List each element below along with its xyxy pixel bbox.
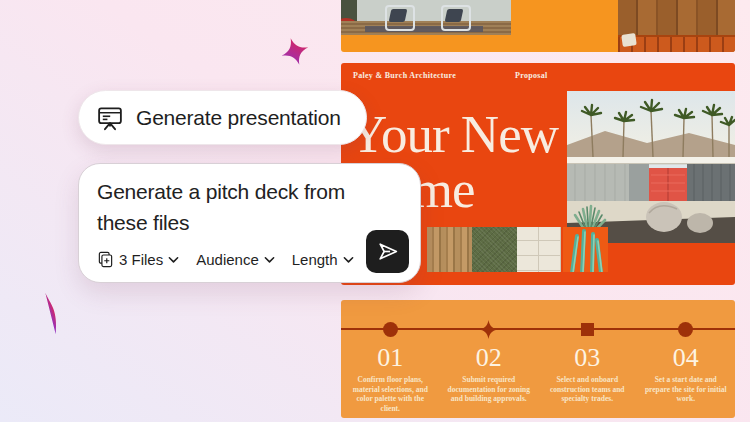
prompt-controls: 3 Files Audience Length — [97, 251, 354, 268]
sparkle-icon — [24, 286, 77, 340]
photo-detail — [621, 33, 637, 47]
slide-doc-label: Proposal — [515, 71, 547, 80]
length-dropdown[interactable]: Length — [292, 251, 354, 268]
timeline-slide: 01 Confirm floor plans, material selecti… — [341, 300, 735, 418]
headline-line1: Your New — [349, 107, 558, 162]
step-number: 01 — [377, 345, 403, 371]
generate-pill-label: Generate presentation — [136, 106, 341, 130]
swatch-wood — [427, 227, 472, 272]
step-description: Submit required documentation for zoning… — [440, 375, 539, 404]
chairs-photo — [341, 0, 511, 35]
timeline-step-1: 01 Confirm floor plans, material selecti… — [341, 300, 440, 418]
files-dropdown-label: 3 Files — [119, 251, 163, 268]
step-description: Select and onboard construction teams an… — [538, 375, 637, 404]
length-dropdown-label: Length — [292, 251, 338, 268]
slide-header: Paley & Burch Architecture Proposal — [353, 71, 723, 80]
chevron-down-icon — [168, 256, 179, 264]
send-button[interactable] — [366, 230, 409, 273]
audience-dropdown-label: Audience — [196, 251, 259, 268]
presentation-board-icon — [96, 104, 124, 132]
swatch-green-fabric — [472, 227, 517, 272]
top-slide-thumbnail — [341, 0, 735, 52]
timeline-steps: 01 Confirm floor plans, material selecti… — [341, 300, 735, 418]
timeline-marker-square — [581, 323, 594, 336]
prompt-card: Generate a pitch deck from these files 3… — [78, 163, 421, 283]
chrome-chair-shape — [385, 5, 415, 31]
slide-brand: Paley & Burch Architecture — [353, 71, 456, 80]
chrome-chair-shape — [441, 5, 471, 31]
prompt-input[interactable]: Generate a pitch deck from these files — [97, 176, 382, 238]
chevron-down-icon — [264, 256, 275, 264]
step-description: Confirm floor plans, material selections… — [341, 375, 440, 413]
step-description: Set a start date and prepare the site fo… — [637, 375, 736, 404]
timeline-marker-circle — [678, 322, 693, 337]
timeline-step-3: 03 Select and onboard construction teams… — [538, 300, 637, 418]
files-dropdown[interactable]: 3 Files — [97, 251, 179, 268]
timeline-marker-circle — [383, 322, 398, 337]
chevron-down-icon — [343, 256, 354, 264]
material-swatches — [427, 227, 608, 272]
timeline-marker-star — [479, 320, 498, 339]
step-number: 03 — [574, 345, 600, 371]
agave-art — [563, 227, 608, 272]
house-photo — [567, 91, 735, 243]
timeline-step-2: 02 Submit required documentation for zon… — [440, 300, 539, 418]
promo-canvas: Paley & Burch Architecture Proposal Your… — [0, 0, 750, 422]
timeline-step-4: 04 Set a start date and prepare the site… — [637, 300, 736, 418]
swatch-agave — [563, 227, 608, 272]
house-photo-art — [567, 91, 735, 243]
add-files-icon — [97, 251, 114, 268]
generate-presentation-button[interactable]: Generate presentation — [78, 90, 367, 145]
sparkle-icon — [277, 32, 313, 70]
step-number: 02 — [476, 345, 502, 371]
audience-dropdown[interactable]: Audience — [196, 251, 275, 268]
send-icon — [375, 239, 400, 264]
swatch-tiles — [517, 227, 561, 272]
step-number: 04 — [673, 345, 699, 371]
wood-panel-photo — [618, 0, 735, 52]
